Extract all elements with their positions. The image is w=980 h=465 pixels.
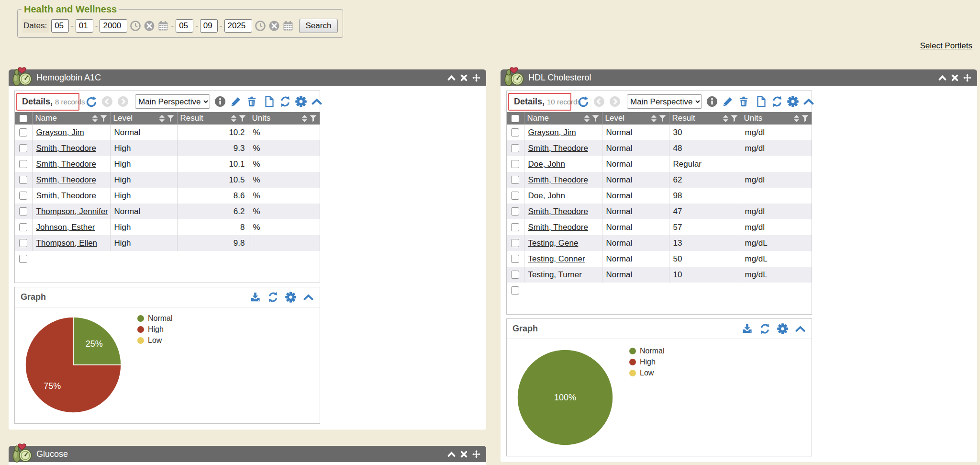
from-year-input[interactable]	[100, 19, 127, 33]
next-icon[interactable]	[117, 96, 129, 107]
row-checkbox[interactable]	[19, 176, 27, 184]
collapse-icon[interactable]	[447, 450, 456, 458]
sort-icon[interactable]	[651, 115, 657, 122]
undo-icon[interactable]	[86, 96, 97, 107]
clear-icon[interactable]	[144, 20, 155, 32]
settings-icon[interactable]	[295, 96, 307, 107]
settings-icon[interactable]	[787, 96, 799, 107]
filter-icon[interactable]	[731, 115, 738, 122]
row-checkbox[interactable]	[19, 207, 27, 215]
row-checkbox[interactable]	[19, 128, 27, 136]
collapse-details-icon[interactable]	[311, 96, 323, 107]
new-row-checkbox[interactable]	[511, 286, 519, 295]
collapse-icon[interactable]	[447, 74, 456, 82]
row-checkbox[interactable]	[511, 255, 519, 263]
refresh-icon[interactable]	[771, 96, 783, 107]
portlet-titlebar[interactable]: Glucose	[9, 446, 486, 462]
clear-icon[interactable]	[268, 20, 280, 32]
edit-icon[interactable]	[722, 96, 734, 107]
move-icon[interactable]	[963, 74, 971, 82]
select-all-checkbox[interactable]	[20, 115, 27, 122]
portlet-titlebar[interactable]: Hemoglobin A1C	[9, 69, 486, 86]
portlet-titlebar[interactable]: HDL Cholesterol	[501, 69, 977, 86]
column-header-result[interactable]: Result	[177, 112, 249, 125]
column-header-level[interactable]: Level	[110, 112, 177, 125]
patient-name-link[interactable]: Smith, Theodore	[528, 223, 588, 232]
previous-icon[interactable]	[593, 96, 605, 107]
patient-name-link[interactable]: Smith, Theodore	[528, 207, 588, 216]
download-icon[interactable]	[742, 323, 753, 334]
filter-icon[interactable]	[659, 115, 666, 122]
to-day-input[interactable]	[200, 19, 218, 33]
undo-icon[interactable]	[578, 96, 589, 107]
previous-icon[interactable]	[101, 96, 113, 107]
to-year-input[interactable]	[224, 19, 252, 33]
sort-icon[interactable]	[584, 115, 590, 122]
patient-name-link[interactable]: Johnson, Esther	[36, 223, 95, 232]
row-checkbox[interactable]	[19, 192, 27, 200]
column-header-result[interactable]: Result	[669, 112, 741, 125]
row-checkbox[interactable]	[511, 223, 519, 231]
collapse-graph-icon[interactable]	[303, 292, 314, 303]
row-checkbox[interactable]	[19, 239, 27, 247]
move-icon[interactable]	[472, 450, 480, 458]
info-icon[interactable]	[214, 96, 226, 107]
patient-name-link[interactable]: Testing, Gene	[528, 238, 579, 248]
patient-name-link[interactable]: Smith, Theodore	[36, 159, 96, 169]
filter-icon[interactable]	[239, 115, 246, 122]
column-header-units[interactable]: Units	[249, 112, 320, 125]
perspective-select[interactable]: Main Perspective	[135, 94, 210, 109]
row-checkbox[interactable]	[511, 192, 519, 200]
to-month-input[interactable]	[176, 19, 193, 33]
sort-icon[interactable]	[793, 115, 800, 122]
refresh-icon[interactable]	[267, 292, 278, 303]
column-header-name[interactable]: Name	[32, 112, 110, 125]
close-icon[interactable]	[951, 74, 959, 82]
info-icon[interactable]	[706, 96, 718, 107]
patient-name-link[interactable]: Doe, John	[528, 191, 566, 200]
from-day-input[interactable]	[76, 19, 93, 33]
row-checkbox[interactable]	[511, 144, 519, 152]
patient-name-link[interactable]: Testing, Turner	[528, 270, 582, 279]
delete-icon[interactable]	[246, 96, 257, 107]
settings-icon[interactable]	[285, 292, 296, 303]
close-icon[interactable]	[460, 450, 468, 458]
sort-icon[interactable]	[92, 115, 98, 122]
patient-name-link[interactable]: Thompson, Jennifer	[36, 207, 108, 216]
row-checkbox[interactable]	[511, 176, 519, 184]
settings-icon[interactable]	[777, 323, 788, 334]
row-checkbox[interactable]	[19, 223, 27, 231]
sort-icon[interactable]	[231, 115, 237, 122]
filter-icon[interactable]	[310, 115, 317, 122]
move-icon[interactable]	[472, 74, 480, 82]
row-checkbox[interactable]	[511, 160, 519, 168]
row-checkbox[interactable]	[19, 160, 27, 168]
row-checkbox[interactable]	[511, 271, 519, 279]
sort-icon[interactable]	[301, 115, 308, 122]
filter-icon[interactable]	[100, 115, 107, 122]
select-portlets-link[interactable]: Select Portlets	[920, 41, 972, 51]
patient-name-link[interactable]: Thompson, Ellen	[36, 238, 98, 248]
column-header-units[interactable]: Units	[741, 112, 812, 125]
row-checkbox[interactable]	[19, 144, 27, 152]
column-header-name[interactable]: Name	[524, 112, 602, 125]
new-document-icon[interactable]	[756, 96, 767, 107]
new-row-checkbox[interactable]	[19, 255, 27, 263]
patient-name-link[interactable]: Smith, Theodore	[36, 191, 96, 200]
column-header-level[interactable]: Level	[602, 112, 669, 125]
from-month-input[interactable]	[51, 19, 69, 33]
collapse-icon[interactable]	[938, 74, 947, 82]
sort-icon[interactable]	[159, 115, 165, 122]
row-checkbox[interactable]	[511, 207, 519, 215]
patient-name-link[interactable]: Grayson, Jim	[36, 128, 84, 137]
refresh-icon[interactable]	[759, 323, 770, 334]
collapse-graph-icon[interactable]	[795, 323, 806, 334]
patient-name-link[interactable]: Smith, Theodore	[36, 144, 96, 153]
patient-name-link[interactable]: Smith, Theodore	[528, 144, 588, 153]
perspective-select[interactable]: Main Perspective	[627, 94, 702, 109]
collapse-details-icon[interactable]	[803, 96, 814, 107]
filter-icon[interactable]	[167, 115, 174, 122]
close-icon[interactable]	[460, 74, 468, 82]
select-all-checkbox[interactable]	[512, 115, 519, 122]
time-icon[interactable]	[130, 20, 141, 32]
